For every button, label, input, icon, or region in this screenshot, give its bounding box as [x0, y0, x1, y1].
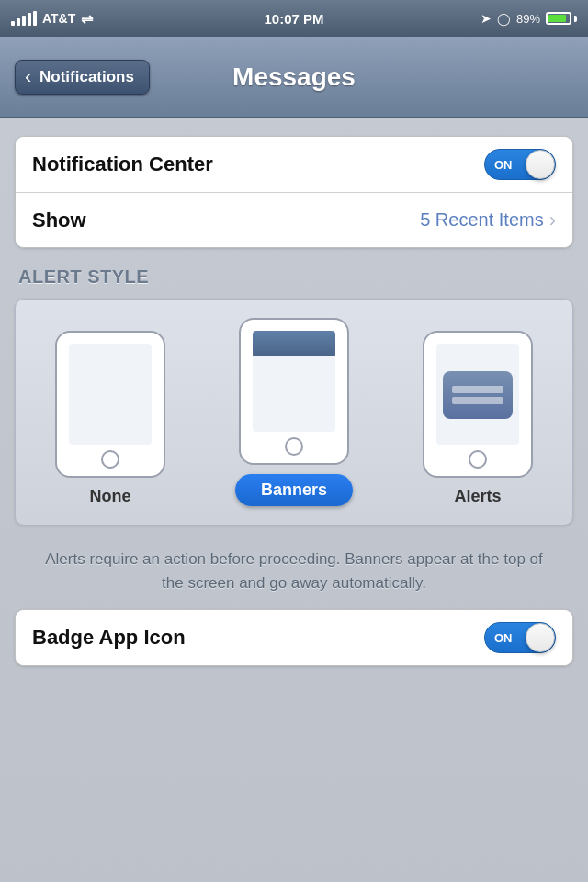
- signal-bar-1: [11, 21, 15, 26]
- notification-center-toggle-label: ON: [494, 158, 513, 172]
- phone-screen-alerts: [436, 344, 519, 445]
- signal-bar-4: [28, 13, 31, 26]
- location-icon: ➤: [481, 11, 492, 26]
- alert-option-banners-label: Banners: [235, 474, 353, 506]
- badge-app-icon-label: Badge App Icon: [32, 626, 186, 650]
- signal-bar-2: [17, 18, 20, 26]
- banner-notification: [253, 331, 335, 356]
- toggle-knob: [526, 150, 555, 179]
- carrier-label: AT&T: [42, 11, 75, 26]
- phone-screen-none: [69, 344, 152, 445]
- alert-option-banners[interactable]: Banners: [235, 318, 353, 506]
- battery-tip: [574, 16, 577, 22]
- alert-option-alerts[interactable]: Alerts: [423, 331, 533, 506]
- battery-percent: 89%: [516, 12, 540, 26]
- notification-center-row: Notification Center ON: [16, 137, 572, 192]
- status-right: ➤ ◯ 89%: [481, 11, 577, 26]
- show-value-container: 5 Recent Items ›: [420, 209, 556, 232]
- alert-option-none-label: None: [89, 487, 130, 506]
- alert-style-description: Alerts require an action before proceedi…: [15, 538, 573, 609]
- alert-notification: [443, 371, 513, 419]
- nav-bar: Notifications Messages: [0, 37, 588, 118]
- notification-settings-group: Notification Center ON Show 5 Recent Ite…: [15, 136, 573, 248]
- phone-home-button-none: [101, 450, 119, 469]
- alert-line-1: [452, 386, 503, 393]
- alert-options: None Banners: [25, 318, 563, 506]
- badge-app-icon-toggle-label: ON: [494, 631, 513, 645]
- phone-mockup-none: [55, 331, 165, 478]
- signal-bars-icon: [11, 11, 37, 26]
- badge-app-icon-toggle[interactable]: ON: [484, 622, 556, 653]
- notification-center-toggle[interactable]: ON: [484, 149, 556, 180]
- signal-bar-3: [22, 16, 26, 26]
- show-label: Show: [32, 209, 86, 232]
- badge-toggle-knob: [526, 623, 555, 652]
- alert-style-group: None Banners: [15, 299, 573, 526]
- clock-icon: ◯: [497, 12, 511, 26]
- signal-bar-5: [33, 11, 37, 26]
- notification-center-label: Notification Center: [32, 153, 213, 176]
- phone-screen-banners: [253, 331, 335, 432]
- badge-app-icon-row: Badge App Icon ON: [16, 610, 572, 665]
- alert-style-header: Alert Style: [15, 266, 573, 288]
- back-button[interactable]: Notifications: [15, 60, 150, 95]
- wifi-icon: ⇌: [81, 10, 93, 28]
- phone-home-button-alerts: [469, 450, 487, 469]
- battery-icon: [546, 12, 577, 25]
- show-row[interactable]: Show 5 Recent Items ›: [16, 192, 572, 247]
- main-content: Notification Center ON Show 5 Recent Ite…: [0, 118, 588, 882]
- show-value: 5 Recent Items: [420, 209, 544, 231]
- status-bar: AT&T ⇌ 10:07 PM ➤ ◯ 89%: [0, 0, 588, 37]
- status-left: AT&T ⇌: [11, 10, 93, 28]
- alert-line-2: [452, 397, 503, 404]
- battery-fill: [548, 15, 566, 22]
- page-title: Messages: [232, 62, 356, 92]
- phone-mockup-banners: [239, 318, 349, 465]
- phone-home-button-banners: [285, 437, 303, 456]
- badge-app-icon-group: Badge App Icon ON: [15, 609, 573, 666]
- alert-option-none[interactable]: None: [55, 331, 165, 506]
- phone-mockup-alerts: [423, 331, 533, 478]
- status-time: 10:07 PM: [264, 11, 323, 27]
- show-chevron-icon: ›: [549, 209, 556, 232]
- alert-option-alerts-label: Alerts: [454, 487, 501, 506]
